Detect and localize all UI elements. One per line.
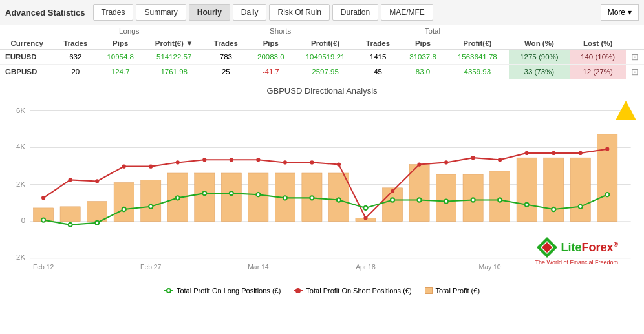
tab-mae-mfe[interactable]: MAE/MFE (381, 4, 433, 21)
col-longs-trades: Trades (54, 37, 97, 50)
col-total-profit: Profit(€) (446, 37, 508, 50)
gbpusd-longs-profit: 1761.98 (144, 65, 204, 79)
gbpusd-shorts-trades: 25 (204, 65, 248, 79)
svg-point-34 (95, 179, 99, 183)
svg-text:0: 0 (21, 216, 25, 224)
svg-point-51 (552, 151, 555, 155)
liteforex-diamond-icon (535, 236, 559, 259)
col-header-row: Currency Trades Pips Profit(€) ▼ Trades … (0, 37, 644, 50)
table-row: EURUSD 632 10954.8 514122.57 783 20083.0… (0, 50, 644, 65)
gbpusd-longs-trades: 20 (54, 65, 97, 79)
stats-table: Longs Shorts Total Currency Trades Pips … (0, 25, 644, 79)
svg-text:2K: 2K (16, 180, 25, 188)
svg-point-39 (230, 158, 233, 162)
svg-point-36 (149, 165, 153, 169)
col-shorts-profit: Profit(€) (294, 37, 356, 50)
svg-point-70 (471, 198, 475, 202)
svg-rect-18 (248, 173, 268, 222)
scroll-up-arrow[interactable] (616, 101, 636, 120)
legend-short: Total Profit On Short Positions (€) (294, 287, 411, 295)
col-shorts-trades: Trades (204, 37, 248, 50)
svg-point-67 (391, 198, 394, 202)
gbpusd-chart-icon[interactable]: ⊡ (626, 65, 644, 79)
svg-rect-25 (436, 174, 456, 222)
legend-short-label: Total Profit On Short Positions (€) (306, 287, 411, 295)
svg-point-69 (444, 199, 448, 203)
svg-point-62 (256, 193, 260, 196)
svg-point-35 (122, 165, 126, 169)
group-header-row: Longs Shorts Total (0, 25, 644, 37)
svg-point-42 (310, 160, 314, 164)
svg-point-40 (256, 158, 260, 162)
tab-duration[interactable]: Duration (332, 4, 378, 21)
svg-point-68 (417, 198, 421, 202)
gbpusd-total-trades: 45 (356, 65, 400, 79)
group-longs: Longs (54, 25, 204, 37)
col-total-trades: Trades (356, 37, 400, 50)
eurusd-chart-icon[interactable]: ⊡ (626, 50, 644, 65)
col-longs-profit: Profit(€) ▼ (144, 37, 204, 50)
svg-point-58 (149, 205, 153, 209)
group-total: Total (356, 25, 508, 37)
chart-area: 6K 4K 2K 0 -2K (6, 101, 638, 282)
svg-point-41 (283, 160, 287, 164)
eurusd-shorts-trades: 783 (204, 50, 248, 65)
svg-point-65 (337, 198, 341, 202)
svg-rect-14 (141, 180, 161, 221)
tab-daily[interactable]: Daily (233, 4, 267, 21)
svg-point-38 (202, 158, 206, 162)
gbpusd-lost: 12 (27%) (570, 65, 626, 79)
svg-text:6K: 6K (16, 107, 25, 114)
svg-rect-16 (195, 173, 215, 222)
svg-point-73 (552, 207, 555, 211)
svg-rect-24 (409, 165, 429, 222)
svg-point-75 (605, 193, 609, 196)
tab-hourly[interactable]: Hourly (189, 4, 230, 21)
svg-point-37 (176, 160, 180, 164)
legend-total-label: Total Profit (€) (436, 287, 480, 295)
svg-point-32 (41, 196, 45, 200)
svg-point-55 (69, 223, 72, 227)
svg-point-54 (41, 218, 45, 222)
eurusd-lost: 140 (10%) (570, 50, 626, 65)
svg-text:Apr 18: Apr 18 (356, 264, 376, 271)
gbpusd-total-profit: 4359.93 (446, 65, 508, 79)
svg-text:Feb 12: Feb 12 (33, 264, 54, 271)
col-shorts-pips: Pips (248, 37, 294, 50)
eurusd-total-profit: 1563641.78 (446, 50, 508, 65)
svg-text:-2K: -2K (14, 253, 25, 261)
tab-trades[interactable]: Trades (93, 4, 134, 21)
svg-point-61 (230, 191, 233, 195)
svg-text:May 10: May 10 (479, 264, 501, 271)
svg-point-48 (471, 156, 475, 160)
gbpusd-longs-pips: 124.7 (97, 65, 144, 79)
gbpusd-won: 33 (73%) (509, 65, 570, 79)
chart-legend: Total Profit On Long Positions (€) Total… (6, 287, 638, 295)
chevron-down-icon: ▾ (628, 8, 632, 17)
eurusd-longs-trades: 632 (54, 50, 97, 65)
group-shorts: Shorts (204, 25, 356, 37)
svg-text:Mar 14: Mar 14 (248, 264, 268, 271)
liteforex-name: LiteForex® (561, 241, 618, 255)
col-lost: Lost (%) (570, 37, 626, 50)
svg-point-33 (69, 178, 72, 182)
eurusd-shorts-pips: 20083.0 (248, 50, 294, 65)
currency-gbpusd: GBPUSD (0, 65, 54, 79)
svg-point-45 (391, 189, 394, 193)
svg-point-74 (579, 205, 583, 209)
eurusd-longs-profit: 514122.57 (144, 50, 204, 65)
page-title: Advanced Statistics (5, 8, 85, 17)
svg-point-63 (283, 196, 287, 200)
more-button[interactable]: More ▾ (601, 4, 639, 21)
eurusd-total-trades: 1415 (356, 50, 400, 65)
eurusd-total-pips: 31037.8 (400, 50, 446, 65)
tab-risk-of-ruin[interactable]: Risk Of Ruin (269, 4, 329, 21)
svg-point-66 (363, 206, 367, 210)
svg-rect-28 (517, 158, 537, 222)
svg-rect-12 (87, 202, 107, 222)
legend-long: Total Profit On Long Positions (€) (164, 287, 281, 295)
svg-point-52 (579, 151, 583, 155)
tab-summary[interactable]: Summary (136, 4, 186, 21)
eurusd-longs-pips: 10954.8 (97, 50, 144, 65)
currency-eurusd: EURUSD (0, 50, 54, 65)
